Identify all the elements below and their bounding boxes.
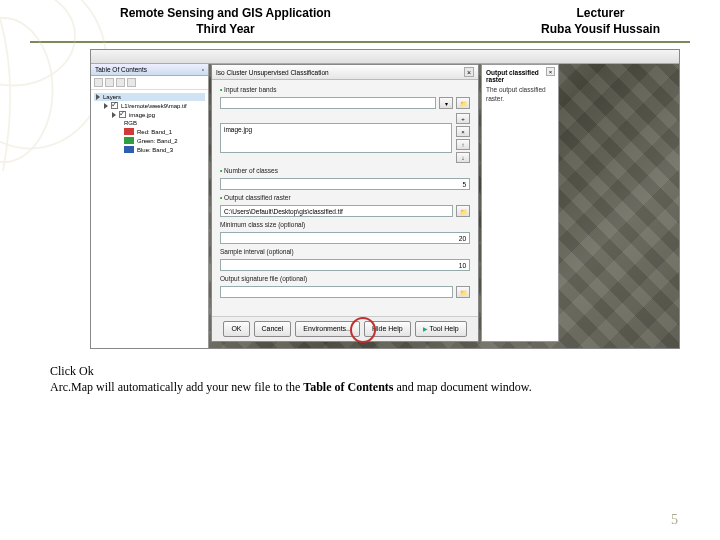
num-classes-input[interactable]: 5 [220,178,470,190]
layer-checkbox[interactable] [119,111,126,118]
toc-tree: Layers L1\remote\week9\map.tif image.jpg… [91,90,208,157]
header-divider [30,41,690,43]
toc-rgb-label-row: RGB [94,119,205,127]
toc-toolbar [91,76,208,90]
course-year: Third Year [120,22,331,38]
move-down-icon[interactable]: ↓ [456,152,470,163]
lecturer-name: Ruba Yousif Hussain [541,22,660,38]
header-right: Lecturer Ruba Yousif Hussain [541,6,660,37]
dialog-footer: OK Cancel Environments... Hide Help Tool… [212,316,478,341]
cancel-button[interactable]: Cancel [254,321,292,337]
toc-image-label: image.jpg [129,112,155,118]
course-title: Remote Sensing and GIS Application [120,6,331,22]
toc-pin-icon[interactable]: ▫ [202,66,204,73]
browse-icon[interactable]: 📁 [456,205,470,217]
min-class-input[interactable]: 20 [220,232,470,244]
dialog-titlebar[interactable]: Iso Cluster Unsupervised Classification … [212,65,478,80]
page-number: 5 [671,512,678,528]
listbox-controls: + × ↑ ↓ [456,113,470,163]
sample-interval-label: Sample interval (optional) [220,248,470,255]
toc-group-label: L1\remote\week9\map.tif [121,103,187,109]
iso-cluster-dialog: Iso Cluster Unsupervised Classification … [211,64,479,342]
move-up-icon[interactable]: ↑ [456,139,470,150]
remove-icon[interactable]: × [456,126,470,137]
expand-icon[interactable] [96,94,100,100]
input-bands-row: ▾ 📁 [220,97,470,109]
browse-icon[interactable]: 📁 [456,286,470,298]
output-raster-row: C:\Users\Default\Desktop\gis\classified.… [220,205,470,217]
listbox-item[interactable]: image.jpg [224,126,448,133]
help-sidepanel: × Output classified raster The output cl… [481,64,559,342]
toc-band-row: Red: Band_1 [94,127,205,136]
sample-interval-row: 10 [220,259,470,271]
document-header: Remote Sensing and GIS Application Third… [0,0,720,41]
band-label: Red: Band_1 [137,129,172,135]
out-sig-input[interactable] [220,286,453,298]
hide-help-button[interactable]: Hide Help [364,321,411,337]
dialog-title-text: Iso Cluster Unsupervised Classification [216,69,329,76]
page: Remote Sensing and GIS Application Third… [0,0,720,540]
sidepanel-text: The output classified raster. [486,86,554,103]
band-label: Blue: Band_3 [137,147,173,153]
arcmap-toolbar [91,50,679,64]
num-classes-row: 5 [220,178,470,190]
band-label: Green: Band_2 [137,138,178,144]
close-icon[interactable]: × [546,67,555,76]
toc-group-item[interactable]: L1\remote\week9\map.tif [94,101,205,110]
dropdown-icon[interactable]: ▾ [439,97,453,109]
out-sig-label: Output signature file (optional) [220,275,470,282]
output-raster-input[interactable]: C:\Users\Default\Desktop\gis\classified.… [220,205,453,217]
expand-icon[interactable] [104,103,108,109]
band-swatch-icon [124,137,134,144]
input-bands-label: Input raster bands [220,86,470,93]
toc-image-item[interactable]: image.jpg [94,110,205,119]
arcmap-screenshot: Table Of Contents ▫ Layers L1\remote\wee… [90,49,680,349]
ok-button[interactable]: OK [223,321,249,337]
sidepanel-title: Output classified raster [486,69,554,83]
band-swatch-icon [124,128,134,135]
sample-interval-input[interactable]: 10 [220,259,470,271]
min-class-row: 20 [220,232,470,244]
toc-tool-icon[interactable] [116,78,125,87]
input-bands-dropdown[interactable] [220,97,436,109]
tool-help-button[interactable]: Tool Help [415,321,467,337]
close-icon[interactable]: × [464,67,474,77]
toc-tool-icon[interactable] [105,78,114,87]
instruction-line2: Arc.Map will automatically add your new … [50,379,670,395]
num-classes-label: Number of classes [220,167,470,174]
toc-band-row: Green: Band_2 [94,136,205,145]
min-class-label: Minimum class size (optional) [220,221,470,228]
dialog-body: Input raster bands ▾ 📁 image.jpg + × ↑ ↓ [212,80,478,316]
add-icon[interactable]: + [456,113,470,124]
instruction-line2c: and map document window. [394,380,532,394]
header-left: Remote Sensing and GIS Application Third… [120,6,331,37]
output-raster-label: Output classified raster [220,194,470,201]
expand-icon[interactable] [112,112,116,118]
layer-checkbox[interactable] [111,102,118,109]
environments-button[interactable]: Environments... [295,321,360,337]
input-bands-list-row: image.jpg + × ↑ ↓ [220,113,470,163]
out-sig-row: 📁 [220,286,470,298]
toc-rgb-label: RGB [124,120,137,126]
toc-titlebar: Table Of Contents ▫ [91,64,208,76]
instruction-text: Click Ok Arc.Map will automatically add … [50,363,670,395]
toc-tool-icon[interactable] [94,78,103,87]
input-bands-listbox[interactable]: image.jpg [220,123,452,153]
toc-band-row: Blue: Band_3 [94,145,205,154]
browse-icon[interactable]: 📁 [456,97,470,109]
toc-tool-icon[interactable] [127,78,136,87]
table-of-contents-panel: Table Of Contents ▫ Layers L1\remote\wee… [91,64,209,349]
instruction-line2a: Arc.Map will automatically add your new … [50,380,303,394]
instruction-line2b: Table of Contents [303,380,393,394]
instruction-line1: Click Ok [50,363,670,379]
toc-title-text: Table Of Contents [95,66,147,73]
lecturer-label: Lecturer [541,6,660,22]
band-swatch-icon [124,146,134,153]
